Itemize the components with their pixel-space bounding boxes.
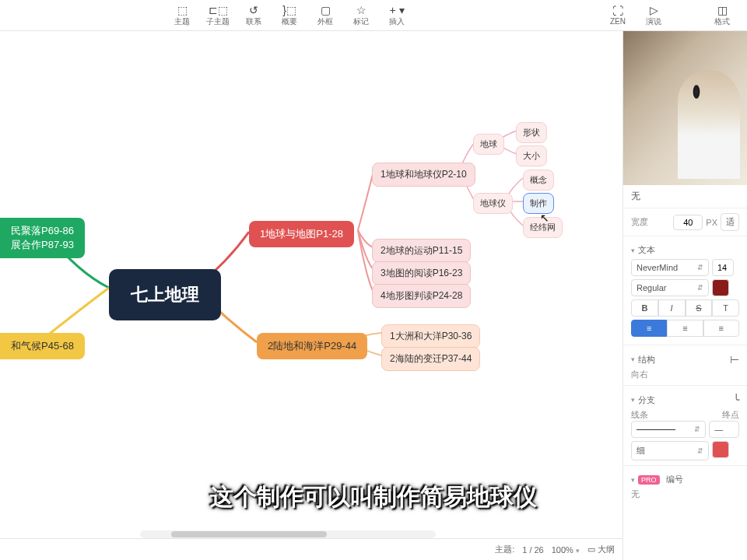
line-style-select[interactable]: ⇵	[631, 421, 706, 438]
topic-button[interactable]: ⬚主题	[165, 2, 199, 30]
top-toolbar: ⬚主题 ⊏⬚子主题 ↺联系 }⬚概要 ▢外框 ☆标记 + ▾插入 ⛶ZEN ▷演…	[0, 0, 747, 31]
node-globe[interactable]: 地球仪	[473, 193, 513, 214]
fontweight-select[interactable]: Regular⇵	[631, 279, 709, 296]
branch-icon[interactable]: ╰	[733, 394, 739, 406]
relation-button[interactable]: ↺联系	[237, 2, 271, 30]
zen-button[interactable]: ⛶ZEN	[601, 2, 635, 30]
strike-button[interactable]: S	[686, 299, 713, 317]
webcam-overlay	[623, 31, 747, 185]
fit-button[interactable]: 适	[721, 213, 739, 231]
font-select[interactable]: NeverMind⇵	[631, 259, 709, 276]
fill-none: 无	[631, 190, 640, 203]
node-ch1-sub3[interactable]: 3地图的阅读P16-23	[372, 261, 471, 285]
status-topic-label: 主题:	[495, 544, 514, 555]
node-yellow[interactable]: 和气候P45-68	[0, 333, 85, 359]
text-section-label: 文本	[638, 244, 655, 256]
format-panel: 无 宽度 PX 适 ▾文本 NeverMind⇵ Regular⇵ B I S …	[622, 31, 747, 560]
mindmap-canvas[interactable]: 七上地理 民聚落P69-86 展合作P87-93 和气候P45-68 1地球与地…	[0, 31, 622, 529]
fontsize-input[interactable]	[712, 259, 734, 276]
outline-toggle[interactable]: ▭ 大纲	[587, 544, 615, 555]
marker-button[interactable]: ☆标记	[344, 2, 378, 30]
bold-button[interactable]: B	[631, 299, 658, 317]
horizontal-scrollbar[interactable]	[140, 530, 436, 538]
node-green-line1: 民聚落P69-86	[11, 224, 74, 238]
branch-section-label: 分支	[638, 394, 655, 406]
align-right-button[interactable]: ≡	[703, 320, 739, 337]
video-subtitle: 这个制作可以叫制作简易地球仪	[210, 481, 537, 513]
node-ch2-sub2[interactable]: 2海陆的变迁P37-44	[381, 347, 480, 371]
node-chapter2[interactable]: 2陆地和海洋P29-44	[257, 333, 367, 359]
node-green-line2: 展合作P87-93	[11, 238, 74, 252]
insert-button[interactable]: + ▾插入	[380, 2, 414, 30]
node-green[interactable]: 民聚落P69-86 展合作P87-93	[0, 218, 85, 258]
subtopic-button[interactable]: ⊏⬚子主题	[201, 2, 235, 30]
number-value: 无	[631, 488, 739, 500]
width-input[interactable]	[673, 215, 703, 230]
node-ch2-sub1[interactable]: 1大洲和大洋P30-36	[381, 324, 480, 348]
connector-lines	[0, 31, 622, 529]
text-color-swatch[interactable]	[712, 279, 729, 296]
align-center-button[interactable]: ≡	[667, 320, 703, 337]
leaf-shape[interactable]: 形状	[516, 122, 547, 143]
leaf-make-selected[interactable]: 制作	[523, 193, 554, 214]
node-ch1-sub1[interactable]: 1地球和地球仪P2-10	[372, 163, 475, 187]
italic-button[interactable]: I	[658, 299, 686, 317]
struct-icon[interactable]: ⊢	[730, 353, 739, 366]
status-topic-count: 1 / 26	[522, 545, 544, 555]
number-section-label: 编号	[666, 474, 683, 485]
width-label: 宽度	[631, 216, 648, 228]
status-bar: 主题: 1 / 26 100% ▾ ▭ 大纲	[0, 538, 622, 560]
align-left-button[interactable]: ≡	[631, 320, 667, 337]
summary-button[interactable]: }⬚概要	[272, 2, 307, 30]
line-end-select[interactable]: —	[709, 421, 739, 438]
leaf-grid[interactable]: 经纬网	[523, 217, 563, 238]
leaf-concept[interactable]: 概念	[523, 170, 554, 191]
node-ch1-sub2[interactable]: 2地球的运动P11-15	[372, 239, 471, 263]
struct-direction: 向右	[631, 369, 739, 380]
struct-section-label: 结构	[638, 354, 655, 366]
node-ch1-sub4[interactable]: 4地形图判读P24-28	[372, 284, 471, 308]
node-earth[interactable]: 地球	[473, 134, 504, 155]
center-node[interactable]: 七上地理	[109, 269, 221, 320]
textcase-button[interactable]: T	[712, 299, 739, 317]
format-button[interactable]: ◫格式	[705, 2, 739, 30]
line-weight-select[interactable]: 细⇵	[631, 441, 709, 460]
leaf-size[interactable]: 大小	[516, 145, 547, 166]
node-chapter1[interactable]: 1地球与地图P1-28	[249, 221, 354, 247]
zoom-control[interactable]: 100% ▾	[552, 545, 580, 555]
pro-badge: PRO	[638, 475, 660, 485]
line-color-swatch[interactable]	[712, 441, 729, 458]
scrollbar-thumb[interactable]	[171, 531, 327, 537]
present-button[interactable]: ▷演说	[637, 2, 671, 30]
boundary-button[interactable]: ▢外框	[308, 2, 342, 30]
